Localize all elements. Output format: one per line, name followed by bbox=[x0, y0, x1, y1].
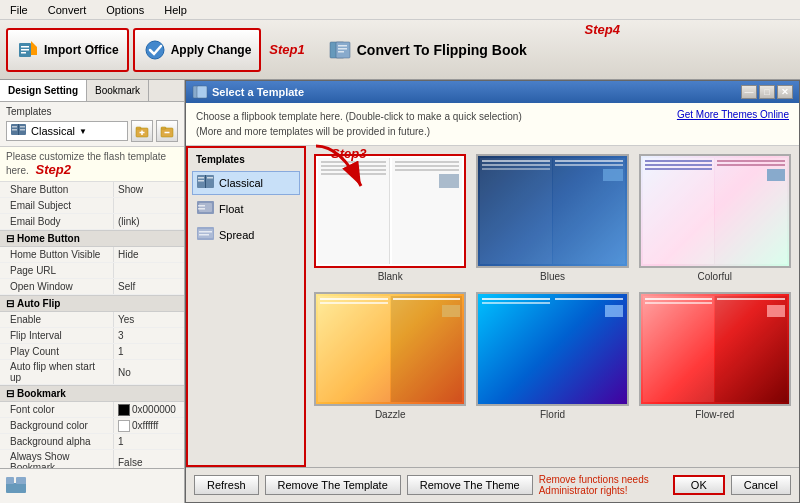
dialog-close-button[interactable]: ✕ bbox=[777, 85, 793, 99]
step4-label: Step4 bbox=[585, 22, 620, 37]
step2-label: Step2 bbox=[36, 162, 71, 177]
template-card-florid[interactable]: Florid bbox=[476, 292, 628, 420]
main-container: Design Setting Bookmark Templates bbox=[0, 80, 800, 503]
folder-add-icon bbox=[135, 124, 149, 138]
import-icon bbox=[16, 38, 40, 62]
apply-change-button[interactable]: Apply Change bbox=[133, 28, 262, 72]
ok-button[interactable]: OK bbox=[673, 475, 725, 495]
template-item-spread[interactable]: Spread bbox=[192, 223, 300, 247]
svg-rect-11 bbox=[338, 51, 344, 53]
template-preview-florid bbox=[476, 292, 628, 406]
menu-convert[interactable]: Convert bbox=[44, 2, 91, 18]
template-name-colorful: Colorful bbox=[639, 271, 791, 282]
dialog-controls: — □ ✕ bbox=[741, 85, 793, 99]
dialog-maximize-button[interactable]: □ bbox=[759, 85, 775, 99]
svg-rect-5 bbox=[31, 47, 37, 55]
import-label: Import Office bbox=[44, 43, 119, 57]
font-color-swatch bbox=[118, 404, 130, 416]
dialog-info-text: Choose a flipbook template here. (Double… bbox=[196, 109, 522, 139]
svg-point-6 bbox=[146, 41, 164, 59]
prop-row-auto-flip-start: Auto flip when start up No bbox=[0, 360, 184, 385]
template-name-blues: Blues bbox=[476, 271, 628, 282]
template-preview-dazzle bbox=[314, 292, 466, 406]
dialog-minimize-button[interactable]: — bbox=[741, 85, 757, 99]
template-card-flowred[interactable]: Flow-red bbox=[639, 292, 791, 420]
remove-template-footer-button[interactable]: Remove The Template bbox=[265, 475, 401, 495]
template-preview-colorful bbox=[639, 154, 791, 268]
template-dropdown[interactable]: Classical ▼ bbox=[6, 121, 128, 141]
svg-rect-42 bbox=[199, 234, 209, 236]
svg-rect-41 bbox=[199, 231, 212, 233]
spread-thumb bbox=[197, 227, 215, 243]
cancel-button[interactable]: Cancel bbox=[731, 475, 791, 495]
prop-row-share: Share Button Show bbox=[0, 182, 184, 198]
template-card-colorful[interactable]: Colorful bbox=[639, 154, 791, 282]
import-office-button[interactable]: Import Office bbox=[6, 28, 129, 72]
template-selected-value: Classical bbox=[31, 125, 75, 137]
svg-rect-2 bbox=[21, 49, 29, 51]
template-preview-blank bbox=[314, 154, 466, 268]
settings-icon bbox=[4, 473, 28, 497]
svg-rect-36 bbox=[199, 203, 212, 212]
svg-rect-19 bbox=[136, 127, 141, 129]
refresh-button[interactable]: Refresh bbox=[194, 475, 259, 495]
remove-template-button[interactable] bbox=[156, 120, 178, 142]
template-item-float[interactable]: Float bbox=[192, 197, 300, 221]
template-card-blank[interactable]: Blank bbox=[314, 154, 466, 282]
prop-row-flip-interval: Flip Interval 3 bbox=[0, 328, 184, 344]
convert-title: Convert To Flipping Book bbox=[357, 42, 527, 58]
prop-row-home-visible: Home Button Visible Hide bbox=[0, 247, 184, 263]
apply-icon bbox=[143, 38, 167, 62]
prop-row-open-window: Open Window Self bbox=[0, 279, 184, 295]
template-dialog: Select a Template — □ ✕ Choose a flipboo… bbox=[185, 80, 800, 503]
tab-bookmark[interactable]: Bookmark bbox=[87, 80, 149, 101]
tabs-row: Design Setting Bookmark bbox=[0, 80, 184, 102]
dialog-icon bbox=[192, 84, 208, 100]
bottom-icon-area bbox=[0, 468, 184, 503]
svg-rect-32 bbox=[198, 177, 204, 179]
menu-file[interactable]: File bbox=[6, 2, 32, 18]
template-grid: Blank bbox=[314, 154, 791, 420]
float-thumb bbox=[197, 201, 215, 217]
prop-row-email-body: Email Body (link) bbox=[0, 214, 184, 230]
remove-theme-button[interactable]: Remove The Theme bbox=[407, 475, 533, 495]
more-themes-link[interactable]: Get More Themes Online bbox=[677, 109, 789, 120]
group-home-button: ⊟ Home Button bbox=[0, 230, 184, 247]
svg-rect-27 bbox=[16, 477, 26, 484]
template-preview-blues bbox=[476, 154, 628, 268]
template-card-dazzle[interactable]: Dazzle bbox=[314, 292, 466, 420]
svg-marker-4 bbox=[31, 41, 37, 47]
svg-rect-3 bbox=[21, 52, 26, 54]
prop-row-enable: Enable Yes bbox=[0, 312, 184, 328]
template-item-classical[interactable]: Classical bbox=[192, 171, 300, 195]
footer-warning: Remove functions needs Administrator rig… bbox=[539, 474, 667, 496]
prop-row-play-count: Play Count 1 bbox=[0, 344, 184, 360]
step1-label: Step1 bbox=[269, 42, 304, 57]
book-icon bbox=[11, 124, 27, 138]
svg-rect-40 bbox=[198, 229, 213, 238]
templates-list-header: Templates bbox=[192, 152, 300, 167]
svg-rect-25 bbox=[6, 483, 26, 493]
menu-options[interactable]: Options bbox=[102, 2, 148, 18]
svg-rect-8 bbox=[336, 42, 350, 58]
svg-rect-33 bbox=[198, 180, 204, 182]
prop-row-bg-alpha: Background alpha 1 bbox=[0, 434, 184, 450]
templates-label: Templates bbox=[6, 106, 178, 117]
template-card-blues[interactable]: Blues bbox=[476, 154, 628, 282]
svg-rect-23 bbox=[161, 127, 166, 129]
svg-rect-1 bbox=[21, 46, 29, 48]
left-panel: Design Setting Bookmark Templates bbox=[0, 80, 185, 503]
folder-remove-icon bbox=[160, 124, 174, 138]
template-name-flowred: Flow-red bbox=[639, 409, 791, 420]
add-template-button[interactable] bbox=[131, 120, 153, 142]
menu-bar: File Convert Options Help bbox=[0, 0, 800, 20]
toolbar: Import Office Apply Change Step1 Convert… bbox=[0, 20, 800, 80]
apply-label: Apply Change bbox=[171, 43, 252, 57]
dialog-title: Select a Template bbox=[192, 84, 304, 100]
svg-rect-34 bbox=[207, 177, 213, 179]
group-auto-flip: ⊟ Auto Flip bbox=[0, 295, 184, 312]
right-panel: Select a Template — □ ✕ Choose a flipboo… bbox=[185, 80, 800, 503]
prop-row-font-color: Font color 0x000000 bbox=[0, 402, 184, 418]
tab-design-setting[interactable]: Design Setting bbox=[0, 80, 87, 101]
menu-help[interactable]: Help bbox=[160, 2, 191, 18]
